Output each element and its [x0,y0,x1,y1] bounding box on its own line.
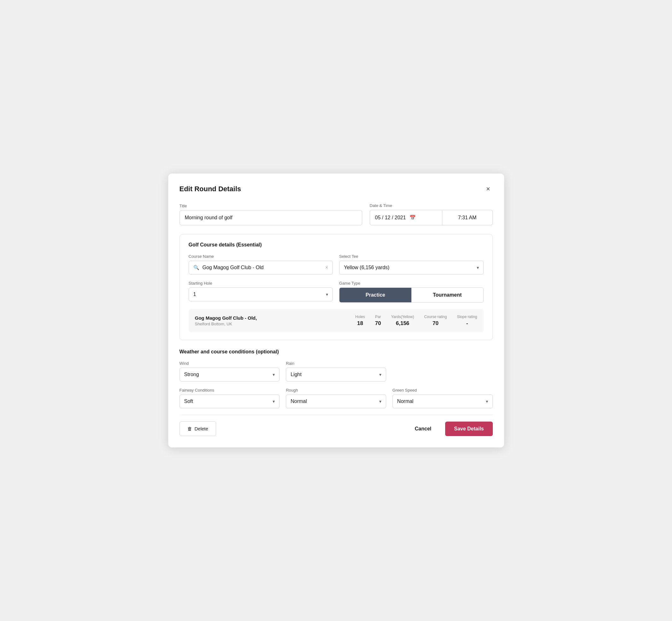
wind-select[interactable]: Strong ▾ [179,368,280,381]
green-speed-select[interactable]: Normal ▾ [392,395,493,408]
rain-label: Rain [286,361,386,366]
rain-group: Rain Light ▾ [286,361,386,381]
hole-game-row: Starting Hole 1 ▾ Game Type Practice Tou… [189,281,484,303]
game-type-label: Game Type [339,281,484,286]
date-value: 05 / 12 / 2021 [375,215,406,220]
hole-chevron-icon: ▾ [326,292,328,297]
course-rating-value: 70 [432,320,438,327]
fairway-value: Soft [184,399,193,404]
close-button[interactable]: × [484,184,493,194]
modal-header: Edit Round Details × [179,184,493,194]
date-field-group: Date & Time 05 / 12 / 2021 📅 7:31 AM [370,203,493,225]
yards-value: 6,156 [396,320,410,327]
slope-rating-label: Slope rating [457,315,477,319]
par-label: Par [375,315,381,319]
fairway-chevron-icon: ▾ [272,399,275,404]
rough-group: Rough Normal ▾ [286,388,386,408]
course-rating-label: Course rating [424,315,447,319]
yards-label: Yards(Yellow) [391,315,414,319]
time-input[interactable]: 7:31 AM [442,210,493,225]
fairway-select[interactable]: Soft ▾ [179,395,280,408]
tee-select[interactable]: Yellow (6,156 yards) ▾ [339,261,484,275]
date-input[interactable]: 05 / 12 / 2021 📅 [370,210,442,225]
starting-hole-select[interactable]: 1 ▾ [189,287,333,301]
wind-group: Wind Strong ▾ [179,361,280,381]
tee-chevron-icon: ▾ [477,265,479,270]
fairway-group: Fairway Conditions Soft ▾ [179,388,280,408]
tee-select-group: Select Tee Yellow (6,156 yards) ▾ [339,254,484,275]
green-speed-label: Green Speed [392,388,493,392]
clear-course-icon[interactable]: × [325,265,328,271]
course-name-value: Gog Magog Golf Club - Old [203,265,322,271]
tee-label: Select Tee [339,254,484,259]
game-type-group: Game Type Practice Tournament [339,281,484,303]
tournament-button[interactable]: Tournament [411,288,483,302]
title-input[interactable] [179,210,362,225]
rain-chevron-icon: ▾ [379,372,381,377]
modal-title: Edit Round Details [179,185,241,193]
search-icon: 🔍 [194,265,199,271]
save-button[interactable]: Save Details [445,422,493,436]
rain-value: Light [291,372,302,377]
green-speed-chevron-icon: ▾ [486,399,488,404]
weather-section: Weather and course conditions (optional)… [179,349,493,408]
weather-title: Weather and course conditions (optional) [179,349,493,355]
time-value: 7:31 AM [458,215,477,220]
slope-rating-value: - [466,320,468,327]
course-tee-row: Course Name 🔍 Gog Magog Golf Club - Old … [189,254,484,275]
wind-value: Strong [184,372,199,377]
fairway-label: Fairway Conditions [179,388,280,392]
date-time-row: 05 / 12 / 2021 📅 7:31 AM [370,210,493,225]
green-speed-group: Green Speed Normal ▾ [392,388,493,408]
course-name-label: Course Name [189,254,333,259]
game-type-toggle: Practice Tournament [339,287,484,303]
title-date-row: Title Date & Time 05 / 12 / 2021 📅 7:31 … [179,203,493,225]
course-name-search[interactable]: 🔍 Gog Magog Golf Club - Old × [189,261,333,275]
title-label: Title [179,204,362,208]
rough-label: Rough [286,388,386,392]
edit-round-modal: Edit Round Details × Title Date & Time 0… [168,173,504,448]
rough-select[interactable]: Normal ▾ [286,395,386,408]
rough-chevron-icon: ▾ [379,399,381,404]
wind-rain-row: Wind Strong ▾ Rain Light ▾ [179,361,493,381]
rain-select[interactable]: Light ▾ [286,368,386,381]
cancel-button[interactable]: Cancel [409,422,437,436]
course-section-title: Golf Course details (Essential) [189,242,484,248]
starting-hole-value: 1 [194,292,196,297]
course-info-name: Gog Magog Golf Club - Old, [195,315,345,321]
practice-button[interactable]: Practice [339,288,411,302]
calendar-icon: 📅 [410,215,416,220]
fairway-rough-green-row: Fairway Conditions Soft ▾ Rough Normal ▾… [179,388,493,408]
slope-rating-stat: Slope rating - [457,315,477,327]
modal-footer: 🗑 Delete Cancel Save Details [179,415,493,436]
course-info-name-group: Gog Magog Golf Club - Old, Shelford Bott… [195,315,345,326]
tee-value: Yellow (6,156 yards) [344,265,389,271]
par-stat: Par 70 [375,315,381,327]
date-label: Date & Time [370,203,493,208]
course-info-location: Shelford Bottom, UK [195,322,345,326]
course-rating-stat: Course rating 70 [424,315,447,327]
green-speed-value: Normal [397,399,414,404]
holes-value: 18 [357,320,363,327]
course-name-group: Course Name 🔍 Gog Magog Golf Club - Old … [189,254,333,275]
rough-value: Normal [291,399,307,404]
yards-stat: Yards(Yellow) 6,156 [391,315,414,327]
par-value: 70 [375,320,381,327]
delete-button[interactable]: 🗑 Delete [179,421,216,436]
delete-label: Delete [195,426,208,431]
holes-stat: Holes 18 [355,315,365,327]
starting-hole-label: Starting Hole [189,281,333,286]
holes-label: Holes [355,315,365,319]
wind-label: Wind [179,361,280,366]
course-info-card: Gog Magog Golf Club - Old, Shelford Bott… [189,309,484,332]
footer-right: Cancel Save Details [409,422,493,436]
trash-icon: 🗑 [187,426,192,431]
course-section: Golf Course details (Essential) Course N… [179,234,493,340]
wind-chevron-icon: ▾ [272,372,275,377]
starting-hole-group: Starting Hole 1 ▾ [189,281,333,303]
title-field-group: Title [179,204,362,225]
